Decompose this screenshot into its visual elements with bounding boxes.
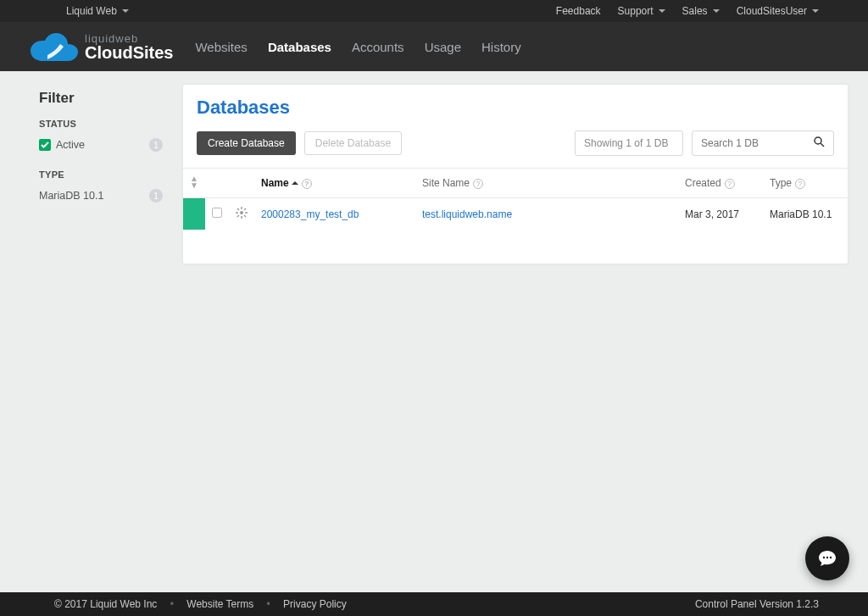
toolbar: Create Database Delete Database Showing … [183,130,848,168]
logo[interactable]: liquidweb CloudSites [31,31,173,63]
delete-database-button: Delete Database [304,131,402,155]
footer-terms-link[interactable]: Website Terms [186,598,253,610]
sort-icon: ▲▼ [190,175,198,189]
brand-label: Liquid Web [66,5,117,17]
main-nav: liquidweb CloudSites Websites Databases … [0,22,868,71]
svg-point-2 [240,211,243,214]
svg-point-12 [826,557,828,558]
db-name-link[interactable]: 2000283_my_test_db [261,208,359,220]
site-name-link[interactable]: test.liquidweb.name [422,208,512,220]
create-database-button[interactable]: Create Database [197,131,296,155]
table-row[interactable]: 2000283_my_test_db test.liquidweb.name M… [183,198,848,230]
search-box[interactable] [692,130,834,156]
nav-websites[interactable]: Websites [195,40,247,54]
svg-line-9 [244,208,246,210]
col-type[interactable]: Type? [763,169,848,198]
gear-icon[interactable] [236,209,248,221]
nav-history[interactable]: History [481,40,521,54]
help-icon[interactable]: ? [795,179,805,189]
nav-databases[interactable]: Databases [268,40,331,54]
sort-asc-icon [289,177,298,189]
nav-accounts[interactable]: Accounts [352,40,404,54]
logo-text: liquidweb CloudSites [85,33,173,61]
count-badge: 1 [149,138,163,152]
svg-line-1 [821,143,824,147]
row-checkbox[interactable] [212,208,222,218]
svg-line-10 [237,215,239,217]
svg-line-8 [244,215,246,217]
filter-type-mariadb[interactable]: MariaDB 10.1 1 [39,186,163,205]
created-cell: Mar 3, 2017 [678,198,763,230]
col-site[interactable]: Site Name? [415,169,678,198]
svg-point-0 [815,137,821,144]
filter-status-active-label: Active [56,139,85,151]
filter-sidebar: Filter STATUS Active 1 TYPE MariaDB 10.1… [39,71,163,264]
col-sort[interactable]: ▲▼ [183,169,205,198]
svg-point-11 [823,557,825,558]
status-group-label: STATUS [39,119,163,129]
sales-menu[interactable]: Sales [682,5,720,17]
footer-copyright: © 2017 Liquid Web Inc [54,598,157,610]
showing-count: Showing 1 of 1 DB [575,130,683,156]
checkbox-checked-icon [39,139,51,151]
filter-type-label: MariaDB 10.1 [39,190,103,202]
footer-privacy-link[interactable]: Privacy Policy [283,598,347,610]
databases-table: ▲▼ Name? Site Name? Created? Type? 20002… [183,168,848,230]
svg-point-13 [830,557,832,558]
brand-menu[interactable]: Liquid Web [66,5,129,17]
help-icon[interactable]: ? [302,179,312,189]
type-group-label: TYPE [39,169,163,180]
chat-icon [817,548,837,569]
search-input[interactable] [701,137,809,149]
help-icon[interactable]: ? [725,179,735,189]
type-cell: MariaDB 10.1 [763,198,848,230]
svg-line-7 [237,208,239,210]
footer-version: Control Panel Version 1.2.3 [695,598,819,610]
footer: © 2017 Liquid Web Inc • Website Terms • … [0,592,868,616]
utility-bar: Liquid Web Feedback Support Sales CloudS… [0,0,868,22]
cloud-icon [31,31,78,63]
help-icon[interactable]: ? [473,179,483,189]
chat-button[interactable] [805,536,849,580]
support-menu[interactable]: Support [618,5,665,17]
col-created[interactable]: Created? [678,169,763,198]
content-card: Databases Create Database Delete Databas… [183,85,848,264]
feedback-link[interactable]: Feedback [556,5,601,17]
status-indicator [183,198,205,230]
count-badge: 1 [149,189,163,203]
page-title: Databases [183,97,848,130]
nav-usage[interactable]: Usage [425,40,461,54]
user-menu[interactable]: CloudSitesUser [737,5,819,17]
filter-title: Filter [39,90,163,107]
search-icon [814,136,825,150]
col-name[interactable]: Name? [254,169,415,198]
filter-status-active[interactable]: Active 1 [39,136,163,154]
